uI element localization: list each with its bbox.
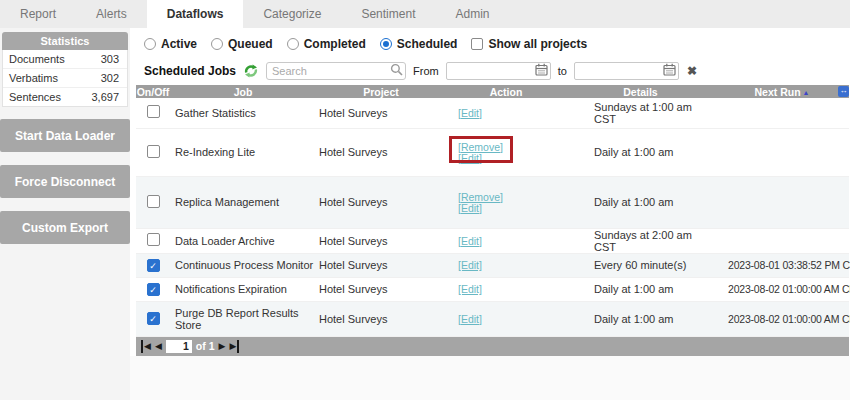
action-cell: [Edit] (446, 277, 566, 301)
column-header-job[interactable]: Job (170, 85, 316, 98)
job-cell: Continuous Process Monitor (170, 253, 316, 277)
edit-link[interactable]: [Edit] (458, 236, 482, 247)
stat-row: Documents303 (3, 50, 127, 69)
radio-icon (144, 38, 156, 50)
next-run-cell: 2023-08-01 03:38:52 PM CDT (715, 253, 849, 277)
page-number-input[interactable]: 1 (166, 340, 192, 353)
page-of-label: of 1 (196, 340, 215, 352)
row-checkbox[interactable] (147, 233, 160, 246)
row-checkbox[interactable] (147, 145, 160, 158)
statistics-list: Documents303Verbatims302Sentences3,697 (2, 50, 128, 107)
onoff-cell (136, 228, 170, 253)
stat-value: 3,697 (91, 91, 119, 103)
radio-scheduled[interactable]: Scheduled (380, 37, 458, 51)
row-checkbox[interactable] (147, 105, 160, 118)
start-data-loader-button[interactable]: Start Data Loader (0, 119, 130, 152)
next-run-cell: 2023-08-02 01:00:00 AM CDT (715, 277, 849, 301)
next-page-button[interactable]: ▶ (219, 340, 226, 353)
radio-queued[interactable]: Queued (211, 37, 273, 51)
statistics-title: Statistics (2, 32, 128, 50)
details-cell: Every 60 minute(s) (566, 253, 715, 277)
tab-report[interactable]: Report (0, 0, 76, 28)
row-checkbox[interactable]: ✓ (147, 312, 160, 325)
edit-link[interactable]: [Edit] (458, 284, 482, 295)
scheduled-jobs-title: Scheduled Jobs (144, 64, 236, 78)
action-links: [Remove][Edit] (458, 192, 503, 214)
edit-link[interactable]: [Edit] (458, 314, 482, 325)
column-header-project[interactable]: Project (316, 85, 446, 98)
row-checkbox[interactable]: ✓ (147, 283, 160, 296)
action-cell: [Edit] (446, 228, 566, 253)
dataflows-panel: ActiveQueuedCompletedScheduledShow all p… (130, 28, 850, 356)
first-page-button[interactable]: ◀ (141, 340, 151, 353)
edit-link[interactable]: [Edit] (458, 108, 482, 119)
onoff-cell (136, 128, 170, 176)
action-links: [Edit] (458, 260, 482, 271)
column-header-onoff[interactable]: On/Off (136, 85, 170, 98)
search-wrap (266, 61, 406, 80)
stat-label: Sentences (9, 91, 61, 103)
job-cell: Data Loader Archive (170, 228, 316, 253)
edit-link[interactable]: [Edit] (458, 203, 503, 214)
sidebar: Statistics Documents303Verbatims302Sente… (0, 28, 130, 400)
from-label: From (413, 65, 439, 77)
calendar-icon[interactable] (535, 63, 548, 76)
column-resize-icon[interactable]: ↔ (838, 86, 849, 97)
custom-export-button[interactable]: Custom Export (0, 211, 130, 244)
previous-page-button[interactable]: ◀ (155, 340, 162, 353)
column-header-action[interactable]: Action (446, 85, 566, 98)
project-cell: Hotel Surveys (316, 277, 446, 301)
column-header-nextrun[interactable]: Next Run▲↔ (715, 85, 849, 98)
edit-link[interactable]: [Edit] (458, 153, 503, 164)
radio-label: Scheduled (397, 37, 458, 51)
stat-label: Documents (9, 53, 65, 65)
action-links: [Edit] (458, 236, 482, 247)
clear-dates-icon[interactable]: ✖ (687, 64, 697, 78)
row-checkbox[interactable] (147, 195, 160, 208)
tab-categorize[interactable]: Categorize (243, 0, 341, 28)
table-row: Data Loader ArchiveHotel Surveys[Edit]Su… (136, 228, 849, 253)
details-cell: Sundays at 2:00 am CST (566, 228, 715, 253)
force-disconnect-button[interactable]: Force Disconnect (0, 165, 130, 198)
remove-link[interactable]: [Remove] (458, 142, 503, 153)
checkbox-label: Show all projects (488, 37, 587, 51)
row-checkbox[interactable]: ✓ (147, 259, 160, 272)
tab-bar: ReportAlertsDataflowsCategorizeSentiment… (0, 0, 850, 28)
tab-dataflows[interactable]: Dataflows (147, 0, 244, 28)
project-cell: Hotel Surveys (316, 228, 446, 253)
table-header-row: On/OffJobProjectActionDetailsNext Run▲↔ (136, 85, 849, 98)
refresh-icon[interactable] (244, 64, 258, 78)
details-cell: Daily at 1:00 am (566, 128, 715, 176)
statistics-panel: Statistics Documents303Verbatims302Sente… (2, 32, 128, 107)
onoff-cell (136, 176, 170, 228)
tab-sentiment[interactable]: Sentiment (341, 0, 435, 28)
table-row: ✓Continuous Process MonitorHotel Surveys… (136, 253, 849, 277)
calendar-icon[interactable] (663, 63, 676, 76)
search-input[interactable] (266, 62, 406, 80)
onoff-cell: ✓ (136, 277, 170, 301)
stat-value: 303 (101, 53, 119, 65)
radio-completed[interactable]: Completed (287, 37, 366, 51)
scheduled-jobs-table: On/OffJobProjectActionDetailsNext Run▲↔ … (136, 85, 849, 337)
radio-active[interactable]: Active (144, 37, 197, 51)
table-row: Replica ManagementHotel Surveys[Remove][… (136, 176, 849, 228)
details-cell: Daily at 1:00 am (566, 301, 715, 336)
search-icon (390, 63, 403, 76)
tab-admin[interactable]: Admin (435, 0, 509, 28)
tab-alerts[interactable]: Alerts (76, 0, 147, 28)
details-cell: Daily at 1:00 am (566, 176, 715, 228)
edit-link[interactable]: [Edit] (458, 260, 482, 271)
radio-label: Queued (228, 37, 273, 51)
onoff-cell: ✓ (136, 253, 170, 277)
details-cell: Sundays at 1:00 am CST (566, 98, 715, 128)
radio-icon (287, 38, 299, 50)
checkbox-icon (471, 38, 483, 50)
show-all-projects-checkbox[interactable]: Show all projects (471, 37, 587, 51)
project-cell: Hotel Surveys (316, 301, 446, 336)
column-header-details[interactable]: Details (566, 85, 715, 98)
last-page-button[interactable]: ▶ (229, 340, 239, 353)
action-cell: [Edit] (446, 253, 566, 277)
onoff-cell (136, 98, 170, 128)
main-area: Statistics Documents303Verbatims302Sente… (0, 28, 850, 400)
remove-link[interactable]: [Remove] (458, 192, 503, 203)
